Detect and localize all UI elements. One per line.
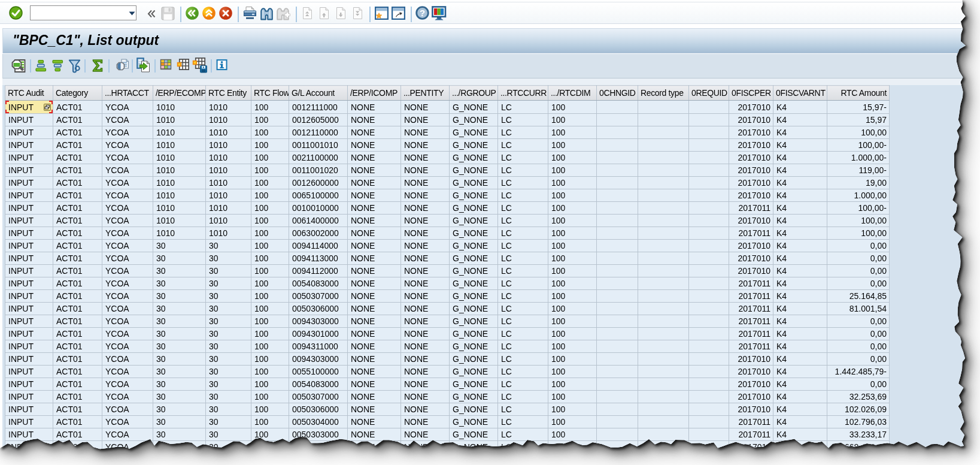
svg-text:?: ?: [420, 8, 425, 18]
